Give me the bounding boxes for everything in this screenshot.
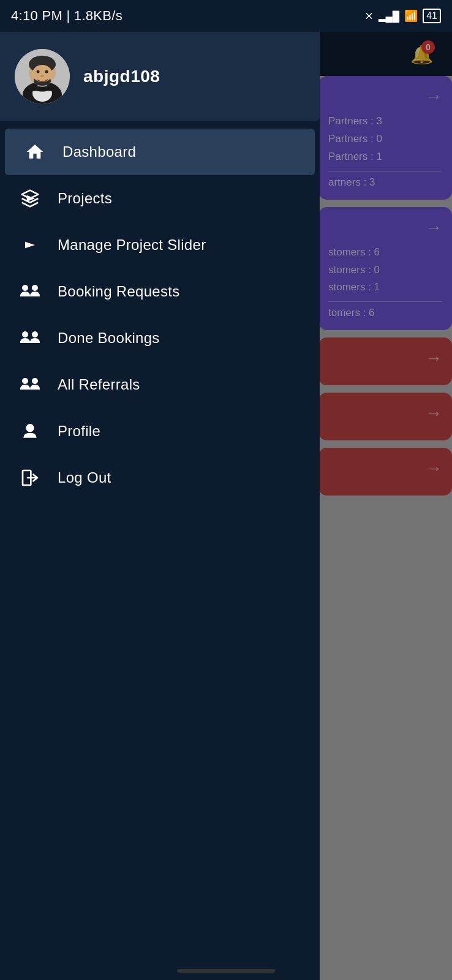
svg-point-13 xyxy=(32,331,38,337)
wifi-icon: 📶 xyxy=(404,9,418,23)
sidebar-item-manage-project-slider[interactable]: Manage Project Slider xyxy=(0,222,320,268)
status-icons: ⨯ ▂▄█ 📶 41 xyxy=(364,9,441,23)
navigation-drawer: abjgd108 Dashboard Projects xyxy=(0,32,320,980)
svg-point-8 xyxy=(45,70,48,74)
svg-point-12 xyxy=(22,331,28,337)
booking-requests-icon xyxy=(17,282,43,301)
done-bookings-icon xyxy=(17,328,43,348)
booking-requests-label: Booking Requests xyxy=(58,283,180,300)
sidebar-item-all-referrals[interactable]: All Referrals xyxy=(0,361,320,408)
all-referrals-label: All Referrals xyxy=(58,376,140,393)
projects-label: Projects xyxy=(58,190,112,207)
svg-point-11 xyxy=(32,285,38,291)
svg-point-6 xyxy=(32,65,52,82)
sidebar-item-logout[interactable]: Log Out xyxy=(0,454,320,501)
sidebar-item-dashboard[interactable]: Dashboard xyxy=(5,129,315,175)
battery-icon: 41 xyxy=(423,9,441,23)
projects-icon xyxy=(17,189,43,208)
username-label: abjgd108 xyxy=(83,67,160,86)
user-header: abjgd108 xyxy=(0,32,320,121)
avatar xyxy=(15,49,70,104)
svg-point-16 xyxy=(26,424,34,432)
status-time: 4:10 PM | 1.8KB/s xyxy=(11,8,122,24)
svg-point-10 xyxy=(22,285,28,291)
status-bar: 4:10 PM | 1.8KB/s ⨯ ▂▄█ 📶 41 xyxy=(0,0,452,32)
profile-icon xyxy=(17,421,43,441)
avatar-image xyxy=(15,49,70,104)
profile-label: Profile xyxy=(58,423,100,440)
nav-list: Dashboard Projects Manage Project Slider xyxy=(0,121,320,980)
svg-point-7 xyxy=(37,70,40,74)
slider-icon xyxy=(17,235,43,255)
sidebar-item-profile[interactable]: Profile xyxy=(0,408,320,454)
home-indicator xyxy=(177,969,275,973)
manage-project-slider-label: Manage Project Slider xyxy=(58,236,206,254)
signal-icon: ▂▄█ xyxy=(379,10,400,22)
logout-icon xyxy=(17,468,43,488)
all-referrals-icon xyxy=(17,375,43,394)
done-bookings-label: Done Bookings xyxy=(58,330,160,347)
svg-point-14 xyxy=(22,378,28,384)
sidebar-item-projects[interactable]: Projects xyxy=(0,175,320,222)
sidebar-item-booking-requests[interactable]: Booking Requests xyxy=(0,268,320,315)
sidebar-item-done-bookings[interactable]: Done Bookings xyxy=(0,315,320,361)
logout-label: Log Out xyxy=(58,469,111,486)
home-icon xyxy=(22,142,48,162)
svg-point-15 xyxy=(32,378,38,384)
dashboard-label: Dashboard xyxy=(62,143,136,160)
bluetooth-icon: ⨯ xyxy=(364,9,374,23)
svg-point-9 xyxy=(40,75,44,77)
